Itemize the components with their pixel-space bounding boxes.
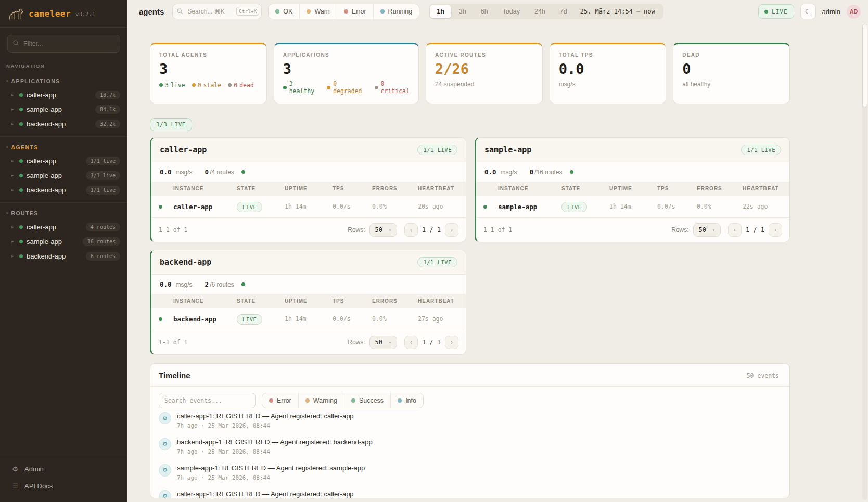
- timeline-event[interactable]: ⚙ caller-app-1: REGISTERED — Agent regis…: [159, 486, 781, 498]
- sidebar-item-agent-caller-app[interactable]: ▸ caller-app 1/1 live: [0, 153, 127, 168]
- sidebar-item-routes-backend-app[interactable]: ▸ backend-app 6 routes: [0, 249, 127, 263]
- timeline-event[interactable]: ⚙ sample-app-1: REGISTERED — Agent regis…: [159, 460, 781, 486]
- sidebar-item-routes-sample-app[interactable]: ▸ sample-app 16 routes: [0, 234, 127, 249]
- item-label: sample-app: [27, 238, 79, 246]
- timeline-events-list[interactable]: ⚙ caller-app-1: REGISTERED — Agent regis…: [150, 410, 789, 498]
- prev-page-button[interactable]: ‹: [404, 336, 418, 349]
- group-header-routes[interactable]: ▾ ROUTES: [0, 206, 127, 220]
- event-search-input[interactable]: [159, 393, 256, 408]
- stat-subtext: msg/s: [559, 81, 657, 88]
- running-dot-icon: [380, 9, 385, 14]
- sidebar-item-agent-sample-app[interactable]: ▸ sample-app 1/1 live: [0, 168, 127, 183]
- chevron-right-icon[interactable]: ▸: [11, 224, 16, 229]
- brand-version: v3.2.1: [75, 11, 95, 17]
- avatar[interactable]: AD: [847, 5, 861, 19]
- status-dot: [19, 188, 23, 192]
- app-card-header: sample-app 1/1 LIVE: [476, 138, 789, 162]
- scrollbar-thumb[interactable]: [862, 24, 867, 107]
- app-root: cameleer v3.2.1 NAVIGATION ▾ APPLICATION…: [0, 0, 868, 502]
- filter-chip-error[interactable]: Error: [337, 4, 373, 19]
- rows-per-page-select[interactable]: 50▾: [693, 223, 721, 237]
- chevron-right-icon[interactable]: ▸: [11, 107, 16, 112]
- rows-per-page-select[interactable]: 50▾: [369, 223, 397, 237]
- table-row[interactable]: caller-app LIVE 1h 14m 0.0/s 0.0% 20s ag…: [151, 196, 466, 218]
- filter-chip-warning[interactable]: Warning: [298, 393, 344, 408]
- timeline-event[interactable]: ⚙ caller-app-1: REGISTERED — Agent regis…: [159, 410, 781, 434]
- chevron-right-icon[interactable]: ▸: [11, 121, 16, 126]
- time-range-display[interactable]: 25. März 14:54 — now: [575, 8, 662, 15]
- table-row[interactable]: backend-app LIVE 1h 14m 0.0/s 0.0% 27s a…: [151, 308, 466, 330]
- prev-page-button[interactable]: ‹: [404, 223, 418, 237]
- app-card-sample-app: sample-app 1/1 LIVE 0.0msg/s 0/16 routes…: [475, 137, 790, 242]
- range-button-24h[interactable]: 24h: [528, 5, 552, 18]
- timeline-event[interactable]: ⚙ backend-app-1: REGISTERED — Agent regi…: [159, 434, 781, 460]
- live-status-badge[interactable]: LIVE: [758, 4, 794, 19]
- health-dot-icon: [241, 282, 245, 286]
- event-search: [159, 393, 256, 408]
- group-header-applications[interactable]: ▾ APPLICATIONS: [0, 74, 127, 87]
- item-badge: 84.1k: [95, 105, 120, 114]
- stat-card-total-agents: TOTAL AGENTS 3 3live 0stale 0dead: [150, 43, 267, 104]
- rows-label: Rows:: [348, 339, 365, 346]
- rows-per-page-select[interactable]: 50▾: [369, 336, 397, 349]
- sidebar-item-caller-app[interactable]: ▸ caller-app 10.7k: [0, 87, 127, 102]
- group-caret-icon[interactable]: ▾: [6, 145, 8, 149]
- range-button-3h[interactable]: 3h: [452, 5, 473, 18]
- app-name: sample-app: [484, 145, 531, 155]
- username: admin: [822, 8, 840, 16]
- filter-chip-error[interactable]: Error: [262, 393, 298, 408]
- app-card-caller-app: caller-app 1/1 LIVE 0.0msg/s 0/4 routes …: [150, 137, 466, 242]
- chevron-right-icon[interactable]: ▸: [11, 253, 16, 259]
- filter-chip-success[interactable]: Success: [344, 393, 390, 408]
- app-name: backend-app: [160, 258, 211, 267]
- filter-chip-ok[interactable]: OK: [269, 4, 299, 19]
- state-badge: LIVE: [561, 202, 587, 212]
- range-button-today[interactable]: Today: [496, 5, 527, 18]
- prev-page-button[interactable]: ‹: [728, 223, 742, 237]
- group-header-agents[interactable]: ▾ AGENTS: [0, 140, 127, 153]
- chevron-right-icon[interactable]: ▸: [11, 187, 16, 192]
- next-page-button[interactable]: ›: [445, 336, 458, 349]
- gear-icon: ⚙: [159, 412, 171, 424]
- range-button-7d[interactable]: 7d: [553, 5, 574, 18]
- status-dot: [19, 108, 23, 111]
- degraded-dot-icon: [327, 86, 330, 89]
- table-row[interactable]: sample-app LIVE 1h 14m 0.0/s 0.0% 22s ag…: [476, 196, 789, 218]
- chevron-right-icon[interactable]: ▸: [11, 173, 16, 178]
- page-title: agents: [139, 7, 164, 16]
- filter-chip-warn[interactable]: Warn: [299, 4, 336, 19]
- main-area: agents Ctrl+K OK Warn Error Running 1h 3…: [127, 0, 868, 502]
- sidebar-item-routes-caller-app[interactable]: ▸ caller-app 4 routes: [0, 220, 127, 234]
- app-card-stats: 0.0msg/s 2/6 routes: [151, 275, 466, 294]
- global-search: Ctrl+K: [172, 4, 262, 19]
- range-button-6h[interactable]: 6h: [474, 5, 495, 18]
- item-label: backend-app: [27, 120, 92, 128]
- group-title: AGENTS: [11, 144, 39, 150]
- filter-chip-info[interactable]: Info: [390, 393, 423, 408]
- sidebar-item-agent-backend-app[interactable]: ▸ backend-app 1/1 live: [0, 183, 127, 197]
- chevron-right-icon[interactable]: ▸: [11, 239, 16, 244]
- theme-toggle-button[interactable]: ☾: [800, 4, 816, 19]
- status-dot: [19, 240, 23, 243]
- item-badge: 1/1 live: [86, 171, 120, 180]
- page-indicator: 1 / 1: [422, 226, 441, 234]
- chevron-right-icon[interactable]: ▸: [11, 158, 16, 163]
- sidebar-item-sample-app[interactable]: ▸ sample-app 84.1k: [0, 102, 127, 117]
- range-button-1h[interactable]: 1h: [430, 5, 451, 18]
- sidebar-item-api-docs[interactable]: ☰ API Docs: [0, 478, 127, 495]
- group-caret-icon[interactable]: ▾: [6, 79, 8, 83]
- chevron-right-icon[interactable]: ▸: [11, 92, 16, 97]
- sidebar-filter-input[interactable]: [7, 35, 120, 53]
- next-page-button[interactable]: ›: [769, 223, 782, 237]
- next-page-button[interactable]: ›: [445, 223, 458, 237]
- filter-chip-running[interactable]: Running: [373, 4, 419, 19]
- sidebar-item-admin[interactable]: ⚙ Admin: [0, 460, 127, 478]
- group-caret-icon[interactable]: ▾: [6, 211, 8, 215]
- item-badge: 32.2k: [95, 120, 120, 128]
- status-dot: [19, 254, 23, 258]
- sidebar-item-backend-app[interactable]: ▸ backend-app 32.2k: [0, 117, 127, 131]
- sidebar-footer: ⚙ Admin ☰ API Docs: [0, 454, 127, 502]
- stat-card-applications: APPLICATIONS 3 3healthy 0degraded 0criti…: [274, 43, 419, 104]
- time-range-segmented: 1h 3h 6h Today 24h 7d 25. März 14:54 — n…: [429, 4, 663, 19]
- scrollbar-track[interactable]: [862, 24, 867, 500]
